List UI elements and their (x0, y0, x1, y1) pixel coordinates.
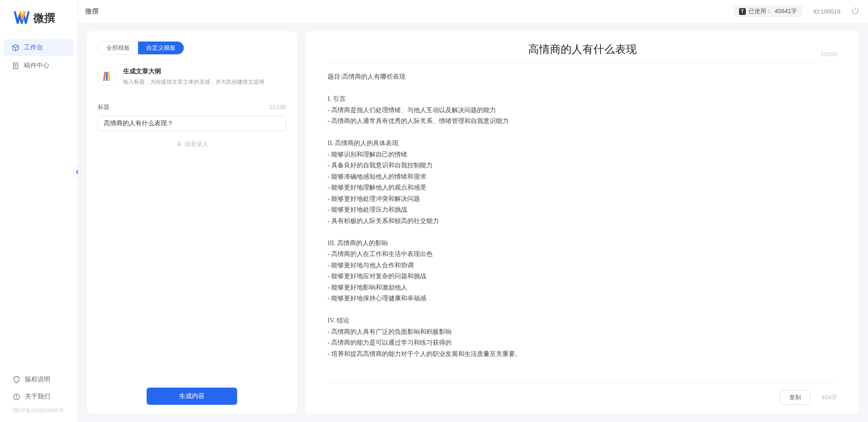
sidebar: 微撰 工作台 稿件中心 版权说明 (0, 0, 78, 422)
icp-text: 鄂ICP备2022016946号 (0, 405, 77, 417)
power-icon (851, 7, 859, 14)
sidebar-item-label: 稿件中心 (24, 62, 49, 70)
output-char-count: 404字 (821, 394, 837, 402)
books-icon (104, 72, 110, 81)
title-field-label: 标题 (98, 103, 110, 111)
output-content[interactable]: 题目:高情商的人有哪些表现 I. 引言 - 高情商是指人们处理情绪、与他人互动以… (328, 71, 837, 377)
usage-badge[interactable]: T 已使用：45641字 (734, 5, 802, 17)
usage-value: 45641字 (775, 7, 797, 15)
tab-custom-templates[interactable]: 自定义模板 (138, 42, 184, 54)
voice-input-button[interactable]: 语音录入 (176, 140, 208, 148)
voice-input-label: 语音录入 (185, 140, 208, 148)
logo-icon (14, 11, 30, 25)
user-id: ID:100519 (813, 8, 840, 15)
copy-button[interactable]: 复制 (780, 390, 811, 405)
page-title: 微撰 (85, 7, 99, 16)
nav-menu: 工作台 稿件中心 (0, 39, 77, 371)
sidebar-item-drafts[interactable]: 稿件中心 (4, 57, 74, 74)
cube-icon (12, 44, 19, 52)
topbar: 微撰 T 已使用：45641字 ID:100519 (78, 0, 868, 23)
tab-all-templates[interactable]: 全部模板 (98, 42, 138, 54)
mic-icon (176, 141, 182, 147)
template-icon (98, 67, 116, 85)
sidebar-collapse-toggle[interactable] (74, 166, 81, 177)
usage-prefix: 已使用： (749, 7, 772, 15)
info-icon (13, 393, 20, 401)
template-title: 生成文章大纲 (123, 67, 286, 76)
svg-point-6 (16, 395, 17, 396)
logo[interactable]: 微撰 (0, 0, 77, 39)
template-card: 生成文章大纲 输入标题，为你提供文章主体的灵感，并为其创建推文提纲 (98, 67, 286, 86)
document-icon (12, 62, 19, 70)
generate-button[interactable]: 生成内容 (147, 388, 237, 405)
sidebar-item-label: 版权说明 (25, 375, 50, 384)
chevron-left-icon (76, 169, 79, 175)
output-title: 高情商的人有什么表现 (528, 42, 637, 57)
text-icon: T (739, 8, 746, 15)
title-field-counter: 11/100 (269, 104, 286, 110)
shield-icon (13, 376, 20, 384)
title-input[interactable] (98, 116, 286, 131)
template-desc: 输入标题，为你提供文章主体的灵感，并为其创建推文提纲 (123, 78, 286, 86)
template-panel: 全部模板 自定义模板 生成文章大纲 输入标题，为你提供文章主 (87, 31, 297, 414)
logout-button[interactable] (851, 7, 859, 16)
sidebar-item-label: 工作台 (24, 43, 43, 52)
sidebar-item-copyright[interactable]: 版权说明 (0, 371, 77, 388)
logo-text: 微撰 (33, 11, 55, 25)
svg-rect-8 (178, 142, 180, 145)
sidebar-item-label: 关于我们 (25, 393, 50, 401)
output-panel: 高情商的人有什么表现 10/100 题目:高情商的人有哪些表现 I. 引言 - … (306, 31, 859, 414)
sidebar-item-workbench[interactable]: 工作台 (4, 39, 74, 56)
output-title-counter: 10/100 (820, 51, 837, 57)
sidebar-footer: 版权说明 关于我们 鄂ICP备2022016946号 (0, 371, 77, 422)
template-tab-group: 全部模板 自定义模板 (98, 41, 184, 55)
sidebar-item-about[interactable]: 关于我们 (0, 388, 77, 405)
